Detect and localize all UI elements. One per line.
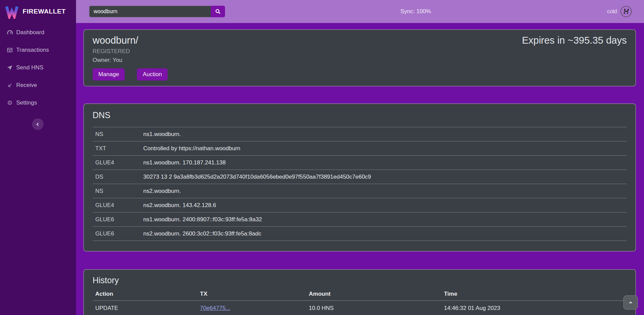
dns-record-row: NS ns2.woodburn. (93, 184, 627, 198)
scroll-to-top-button[interactable] (623, 295, 638, 310)
dns-record-type: GLUE6 (93, 227, 141, 241)
auction-button[interactable]: Auction (137, 68, 168, 81)
dns-card: DNS NS ns1.woodburn. TXT Controlled by h… (83, 104, 636, 251)
history-amount: 10.0 HNS (306, 301, 441, 315)
search-input[interactable] (89, 6, 211, 17)
history-column-action: Action (93, 287, 197, 301)
dns-record-value: ns1.woodburn. 170.187.241.138 (141, 156, 627, 170)
dns-record-type: NS (93, 184, 141, 198)
sidebar-item-label: Dashboard (16, 29, 44, 36)
sync-status: Sync: 100% (400, 8, 431, 15)
dns-record-value: ns1.woodburn. 2400:8907::f03c:93ff:fe5a:… (141, 212, 627, 227)
dns-record-row: DS 30273 13 2 9a3a8fb3d625d2a2073d740f10… (93, 170, 627, 184)
history-time: 14:46:32 01 Aug 2023 (441, 301, 627, 315)
chevron-left-icon (35, 122, 41, 127)
dns-record-value: ns2.woodburn. 2600:3c02::f03c:93ff:fe5a:… (141, 227, 627, 241)
dns-card-title: DNS (93, 110, 627, 120)
dns-record-value: ns1.woodburn. (141, 127, 627, 141)
dns-record-type: GLUE6 (93, 212, 141, 227)
wallet-name: cold (607, 8, 617, 15)
brand: FIREWALLET (0, 0, 76, 23)
history-column-time: Time (441, 287, 627, 301)
dns-record-row: TXT Controlled by https://nathan.woodbur… (93, 141, 627, 156)
brand-name: FIREWALLET (23, 8, 66, 15)
dns-record-row: NS ns1.woodburn. (93, 127, 627, 141)
domain-card-left: woodburn/ REGISTERED Owner: You Manage A… (93, 35, 168, 81)
history-column-tx: TX (197, 287, 306, 301)
sidebar-item-label: Transactions (16, 47, 49, 53)
dns-record-row: GLUE4 ns1.woodburn. 170.187.241.138 (93, 156, 627, 170)
wallet-selector[interactable]: cold H (607, 6, 632, 17)
sidebar: FIREWALLET Dashboard Transactions (0, 0, 76, 315)
dns-record-row: GLUE6 ns2.woodburn. 2600:3c02::f03c:93ff… (93, 227, 627, 241)
domain-name: woodburn/ (93, 35, 168, 46)
chevron-up-icon (628, 300, 633, 305)
history-column-amount: Amount (306, 287, 441, 301)
dns-record-row: GLUE6 ns1.woodburn. 2400:8907::f03c:93ff… (93, 212, 627, 227)
search-button[interactable] (211, 6, 225, 17)
speedometer-icon (6, 29, 13, 36)
sidebar-collapse-button[interactable] (32, 118, 44, 130)
manage-button[interactable]: Manage (93, 68, 125, 81)
sidebar-nav: Dashboard Transactions Send HNS (0, 23, 76, 112)
sidebar-item-receive[interactable]: Receive (0, 76, 76, 94)
sidebar-item-transactions[interactable]: Transactions (0, 41, 76, 59)
receive-icon (6, 82, 13, 89)
send-icon (6, 64, 13, 71)
firewallet-logo-icon (4, 4, 19, 19)
domain-actions: Manage Auction (93, 68, 168, 81)
sidebar-item-settings[interactable]: ⚙ Settings (0, 94, 76, 112)
sidebar-item-dashboard[interactable]: Dashboard (0, 24, 76, 41)
domain-card: woodburn/ REGISTERED Owner: You Manage A… (83, 29, 636, 86)
history-card: History Action TX Amount Time UPDATE 70e… (83, 269, 636, 315)
history-row: UPDATE 70e64775... 10.0 HNS 14:46:32 01 … (93, 301, 627, 315)
tx-link[interactable]: 70e64775... (200, 305, 230, 311)
dns-record-type: DS (93, 170, 141, 184)
table-icon (6, 47, 13, 53)
search-group (89, 6, 225, 17)
dns-record-type: TXT (93, 141, 141, 156)
sidebar-item-label: Settings (16, 99, 37, 106)
sidebar-item-send-hns[interactable]: Send HNS (0, 59, 76, 76)
dns-record-value: ns2.woodburn. 143.42.128.6 (141, 198, 627, 212)
sidebar-item-label: Send HNS (16, 64, 43, 71)
dns-record-value: Controlled by https://nathan.woodburn (141, 141, 627, 156)
dns-record-type: GLUE4 (93, 198, 141, 212)
main-content: woodburn/ REGISTERED Owner: You Manage A… (76, 23, 644, 315)
history-header-row: Action TX Amount Time (93, 287, 627, 301)
history-card-title: History (93, 275, 627, 285)
dns-record-type: GLUE4 (93, 156, 141, 170)
domain-owner: Owner: You (93, 56, 168, 64)
dns-record-row: GLUE4 ns2.woodburn. 143.42.128.6 (93, 198, 627, 212)
handshake-icon: H (620, 6, 632, 17)
dns-table: NS ns1.woodburn. TXT Controlled by https… (93, 127, 627, 241)
domain-expiry: Expires in ~395.35 days (522, 35, 627, 46)
topbar: Sync: 100% cold H (76, 0, 644, 23)
gear-icon: ⚙ (6, 99, 13, 106)
dns-record-value: 30273 13 2 9a3a8fb3d625d2a2073d740f10da6… (141, 170, 627, 184)
history-table: Action TX Amount Time UPDATE 70e64775...… (93, 287, 627, 315)
domain-status: REGISTERED (93, 47, 168, 55)
dns-record-value: ns2.woodburn. (141, 184, 627, 198)
search-icon (215, 8, 221, 15)
sidebar-item-label: Receive (16, 82, 37, 89)
dns-record-type: NS (93, 127, 141, 141)
history-action: UPDATE (93, 301, 197, 315)
